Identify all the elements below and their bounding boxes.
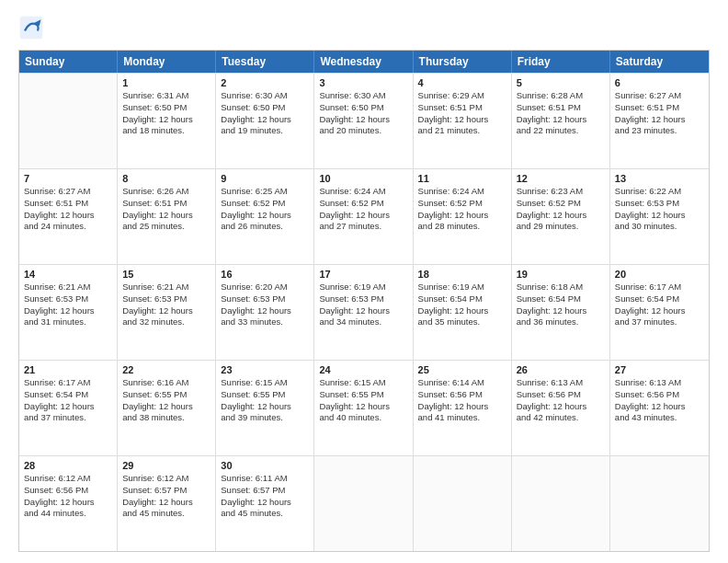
calendar-day-20: 20Sunrise: 6:17 AM Sunset: 6:54 PM Dayli… bbox=[610, 265, 709, 360]
day-number: 4 bbox=[418, 77, 506, 88]
day-number: 9 bbox=[221, 173, 309, 184]
calendar-day-17: 17Sunrise: 6:19 AM Sunset: 6:53 PM Dayli… bbox=[314, 265, 413, 360]
calendar-day-5: 5Sunrise: 6:28 AM Sunset: 6:51 PM Daylig… bbox=[512, 74, 610, 168]
calendar-day-14: 14Sunrise: 6:21 AM Sunset: 6:53 PM Dayli… bbox=[19, 265, 118, 360]
calendar-row-1: 1Sunrise: 6:31 AM Sunset: 6:50 PM Daylig… bbox=[19, 73, 709, 168]
day-info: Sunrise: 6:24 AM Sunset: 6:52 PM Dayligh… bbox=[418, 186, 506, 233]
weekday-header-thursday: Thursday bbox=[414, 51, 512, 73]
header bbox=[18, 15, 710, 40]
day-info: Sunrise: 6:29 AM Sunset: 6:51 PM Dayligh… bbox=[418, 90, 506, 137]
calendar-row-3: 14Sunrise: 6:21 AM Sunset: 6:53 PM Dayli… bbox=[19, 264, 709, 360]
day-info: Sunrise: 6:20 AM Sunset: 6:53 PM Dayligh… bbox=[221, 282, 309, 328]
day-info: Sunrise: 6:27 AM Sunset: 6:51 PM Dayligh… bbox=[24, 186, 112, 233]
day-info: Sunrise: 6:27 AM Sunset: 6:51 PM Dayligh… bbox=[615, 90, 704, 137]
day-number: 23 bbox=[221, 364, 309, 375]
weekday-header-sunday: Sunday bbox=[19, 51, 118, 73]
weekday-header-tuesday: Tuesday bbox=[216, 51, 314, 73]
weekday-header-wednesday: Wednesday bbox=[314, 51, 413, 73]
day-number: 25 bbox=[418, 364, 506, 375]
calendar-day-12: 12Sunrise: 6:23 AM Sunset: 6:52 PM Dayli… bbox=[512, 169, 610, 264]
calendar-day-22: 22Sunrise: 6:16 AM Sunset: 6:55 PM Dayli… bbox=[118, 361, 216, 455]
calendar-day-29: 29Sunrise: 6:12 AM Sunset: 6:57 PM Dayli… bbox=[118, 456, 216, 551]
calendar-row-5: 28Sunrise: 6:12 AM Sunset: 6:56 PM Dayli… bbox=[19, 455, 709, 551]
calendar-day-24: 24Sunrise: 6:15 AM Sunset: 6:55 PM Dayli… bbox=[314, 361, 413, 455]
day-number: 8 bbox=[122, 173, 210, 184]
day-number: 28 bbox=[24, 460, 112, 471]
calendar-row-2: 7Sunrise: 6:27 AM Sunset: 6:51 PM Daylig… bbox=[19, 168, 709, 264]
day-info: Sunrise: 6:15 AM Sunset: 6:55 PM Dayligh… bbox=[319, 377, 407, 424]
calendar-day-23: 23Sunrise: 6:15 AM Sunset: 6:55 PM Dayli… bbox=[216, 361, 314, 455]
day-number: 21 bbox=[24, 364, 112, 375]
day-info: Sunrise: 6:22 AM Sunset: 6:53 PM Dayligh… bbox=[615, 186, 704, 233]
logo-icon bbox=[18, 15, 44, 40]
calendar-empty-cell bbox=[314, 456, 413, 551]
day-info: Sunrise: 6:18 AM Sunset: 6:54 PM Dayligh… bbox=[517, 282, 605, 328]
day-info: Sunrise: 6:16 AM Sunset: 6:55 PM Dayligh… bbox=[122, 377, 210, 424]
day-info: Sunrise: 6:17 AM Sunset: 6:54 PM Dayligh… bbox=[24, 377, 112, 424]
calendar-empty-cell bbox=[414, 456, 512, 551]
day-info: Sunrise: 6:14 AM Sunset: 6:56 PM Dayligh… bbox=[418, 377, 506, 424]
calendar-empty-cell bbox=[19, 74, 118, 168]
day-number: 15 bbox=[122, 269, 210, 280]
calendar-day-2: 2Sunrise: 6:30 AM Sunset: 6:50 PM Daylig… bbox=[216, 74, 314, 168]
day-info: Sunrise: 6:13 AM Sunset: 6:56 PM Dayligh… bbox=[615, 377, 704, 424]
calendar-row-4: 21Sunrise: 6:17 AM Sunset: 6:54 PM Dayli… bbox=[19, 360, 709, 455]
day-number: 5 bbox=[517, 77, 605, 88]
day-number: 2 bbox=[221, 77, 309, 88]
day-info: Sunrise: 6:15 AM Sunset: 6:55 PM Dayligh… bbox=[221, 377, 309, 424]
day-number: 27 bbox=[615, 364, 704, 375]
day-number: 11 bbox=[418, 173, 506, 184]
day-number: 14 bbox=[24, 269, 112, 280]
day-info: Sunrise: 6:30 AM Sunset: 6:50 PM Dayligh… bbox=[319, 90, 407, 137]
weekday-header-friday: Friday bbox=[512, 51, 610, 73]
calendar-header: SundayMondayTuesdayWednesdayThursdayFrid… bbox=[19, 51, 709, 73]
calendar-day-18: 18Sunrise: 6:19 AM Sunset: 6:54 PM Dayli… bbox=[414, 265, 512, 360]
calendar-day-16: 16Sunrise: 6:20 AM Sunset: 6:53 PM Dayli… bbox=[216, 265, 314, 360]
calendar-day-3: 3Sunrise: 6:30 AM Sunset: 6:50 PM Daylig… bbox=[314, 74, 413, 168]
day-number: 3 bbox=[319, 77, 407, 88]
day-number: 6 bbox=[615, 77, 704, 88]
day-info: Sunrise: 6:17 AM Sunset: 6:54 PM Dayligh… bbox=[615, 282, 704, 328]
day-info: Sunrise: 6:23 AM Sunset: 6:52 PM Dayligh… bbox=[517, 186, 605, 233]
day-info: Sunrise: 6:12 AM Sunset: 6:57 PM Dayligh… bbox=[122, 473, 210, 520]
weekday-header-monday: Monday bbox=[118, 51, 216, 73]
calendar-day-27: 27Sunrise: 6:13 AM Sunset: 6:56 PM Dayli… bbox=[610, 361, 709, 455]
calendar-day-11: 11Sunrise: 6:24 AM Sunset: 6:52 PM Dayli… bbox=[414, 169, 512, 264]
calendar-day-28: 28Sunrise: 6:12 AM Sunset: 6:56 PM Dayli… bbox=[19, 456, 118, 551]
day-number: 29 bbox=[122, 460, 210, 471]
calendar-day-13: 13Sunrise: 6:22 AM Sunset: 6:53 PM Dayli… bbox=[610, 169, 709, 264]
day-number: 24 bbox=[319, 364, 407, 375]
calendar-day-21: 21Sunrise: 6:17 AM Sunset: 6:54 PM Dayli… bbox=[19, 361, 118, 455]
day-info: Sunrise: 6:26 AM Sunset: 6:51 PM Dayligh… bbox=[122, 186, 210, 233]
calendar-day-26: 26Sunrise: 6:13 AM Sunset: 6:56 PM Dayli… bbox=[512, 361, 610, 455]
day-number: 26 bbox=[517, 364, 605, 375]
day-info: Sunrise: 6:21 AM Sunset: 6:53 PM Dayligh… bbox=[122, 282, 210, 328]
day-number: 19 bbox=[517, 269, 605, 280]
day-info: Sunrise: 6:13 AM Sunset: 6:56 PM Dayligh… bbox=[517, 377, 605, 424]
day-number: 12 bbox=[517, 173, 605, 184]
day-number: 1 bbox=[122, 77, 210, 88]
calendar-empty-cell bbox=[512, 456, 610, 551]
day-info: Sunrise: 6:28 AM Sunset: 6:51 PM Dayligh… bbox=[517, 90, 605, 137]
day-number: 22 bbox=[122, 364, 210, 375]
day-info: Sunrise: 6:19 AM Sunset: 6:54 PM Dayligh… bbox=[418, 282, 506, 328]
calendar-day-30: 30Sunrise: 6:11 AM Sunset: 6:57 PM Dayli… bbox=[216, 456, 314, 551]
day-number: 7 bbox=[24, 173, 112, 184]
calendar-day-7: 7Sunrise: 6:27 AM Sunset: 6:51 PM Daylig… bbox=[19, 169, 118, 264]
day-info: Sunrise: 6:21 AM Sunset: 6:53 PM Dayligh… bbox=[24, 282, 112, 328]
weekday-header-saturday: Saturday bbox=[610, 51, 709, 73]
day-number: 18 bbox=[418, 269, 506, 280]
calendar-empty-cell bbox=[610, 456, 709, 551]
day-number: 20 bbox=[615, 269, 704, 280]
day-number: 16 bbox=[221, 269, 309, 280]
calendar-day-1: 1Sunrise: 6:31 AM Sunset: 6:50 PM Daylig… bbox=[118, 74, 216, 168]
calendar-day-6: 6Sunrise: 6:27 AM Sunset: 6:51 PM Daylig… bbox=[610, 74, 709, 168]
day-info: Sunrise: 6:19 AM Sunset: 6:53 PM Dayligh… bbox=[319, 282, 407, 328]
calendar-day-4: 4Sunrise: 6:29 AM Sunset: 6:51 PM Daylig… bbox=[414, 74, 512, 168]
calendar-body: 1Sunrise: 6:31 AM Sunset: 6:50 PM Daylig… bbox=[19, 73, 709, 551]
day-info: Sunrise: 6:30 AM Sunset: 6:50 PM Dayligh… bbox=[221, 90, 309, 137]
page: SundayMondayTuesdayWednesdayThursdayFrid… bbox=[0, 0, 728, 563]
day-number: 13 bbox=[615, 173, 704, 184]
day-info: Sunrise: 6:25 AM Sunset: 6:52 PM Dayligh… bbox=[221, 186, 309, 233]
calendar-day-8: 8Sunrise: 6:26 AM Sunset: 6:51 PM Daylig… bbox=[118, 169, 216, 264]
